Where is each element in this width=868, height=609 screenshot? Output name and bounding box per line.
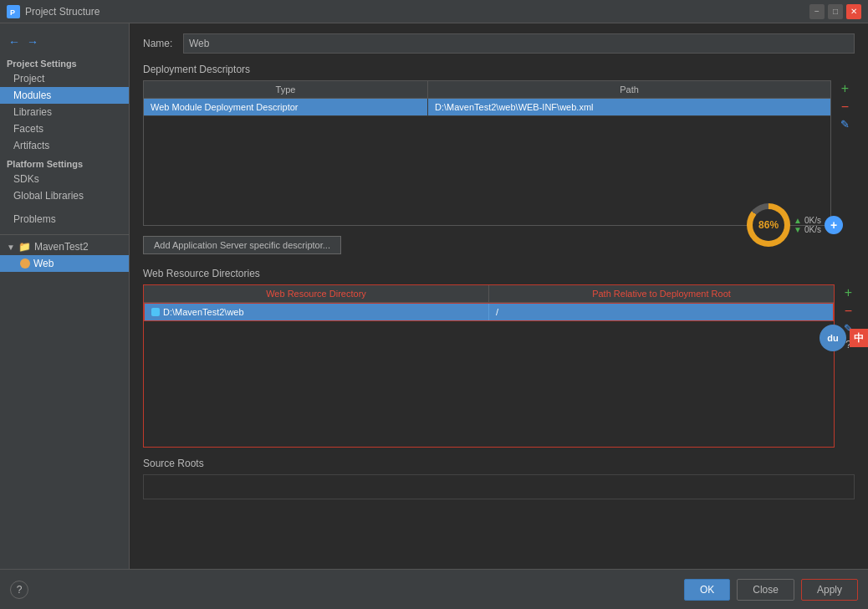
sidebar-item-artifacts[interactable]: Artifacts — [0, 137, 129, 154]
remove-resource-button[interactable]: − — [842, 303, 855, 320]
path-column-header: Path — [428, 81, 830, 98]
edit-descriptor-button[interactable]: ✎ — [839, 117, 851, 131]
deployment-descriptors-section: Type Path Web Module Deployment Descript… — [143, 80, 831, 226]
bottom-right: OK Close Apply — [684, 579, 858, 601]
bottom-left: ? — [10, 581, 28, 599]
sidebar-item-label: Libraries — [13, 106, 52, 118]
type-column-header: Type — [144, 81, 428, 98]
path-cell: D:\MavenTest2\web\WEB-INF\web.xml — [428, 99, 830, 115]
upload-arrow-icon: ▲ — [794, 216, 802, 225]
sidebar-item-modules[interactable]: Modules — [0, 87, 129, 104]
tree-child-item[interactable]: Web — [0, 255, 129, 272]
module-tree: ▼ 📁 MavenTest2 Web — [0, 234, 129, 275]
folder-icon: 📁 — [18, 241, 31, 253]
help-button[interactable]: ? — [10, 581, 28, 599]
baidu-icon[interactable]: du — [819, 325, 846, 351]
ok-button[interactable]: OK — [684, 579, 730, 601]
sidebar-forward-button[interactable]: → — [25, 35, 40, 49]
source-roots-label: Source Roots — [143, 458, 855, 469]
download-arrow-icon: ▼ — [794, 225, 802, 234]
resource-folder-icon — [151, 308, 160, 316]
download-speed-row: ▼ 0K/s — [794, 225, 821, 234]
add-resource-button[interactable]: + — [842, 284, 855, 301]
tree-child-label: Web — [33, 258, 54, 269]
descriptor-table: Type Path Web Module Deployment Descript… — [143, 80, 831, 226]
sidebar-item-facets[interactable]: Facets — [0, 120, 129, 137]
name-row: Name: — [143, 33, 855, 54]
sidebar-item-label: Global Libraries — [13, 190, 84, 202]
empty-area — [144, 116, 830, 225]
bottom-bar: ? OK Close Apply — [0, 569, 868, 609]
upload-speed-row: ▲ 0K/s — [794, 216, 821, 225]
source-roots-area — [143, 474, 855, 499]
content-area: Name: Deployment Descriptors Type Path W… — [130, 23, 868, 569]
cpu-usage-value: 86% — [753, 209, 784, 241]
sidebar: ← → Project Settings Project Modules Lib… — [0, 23, 130, 569]
resource-path-cell: / — [489, 304, 833, 320]
name-input[interactable] — [183, 33, 855, 54]
sidebar-item-project[interactable]: Project — [0, 70, 129, 87]
baidu-widget: du 中 — [819, 325, 868, 351]
resource-table: Web Resource Directory Path Relative to … — [143, 284, 835, 448]
resource-table-row[interactable]: D:\MavenTest2\web / — [144, 303, 834, 321]
sidebar-item-label: Project — [13, 73, 44, 84]
sidebar-item-label: Facets — [13, 123, 43, 135]
project-settings-label: Project Settings — [0, 54, 129, 70]
tree-root-item[interactable]: ▼ 📁 MavenTest2 — [0, 238, 129, 255]
svg-text:P: P — [10, 8, 15, 17]
chevron-down-icon: ▼ — [7, 243, 15, 252]
sidebar-item-global-libraries[interactable]: Global Libraries — [0, 187, 129, 204]
resource-table-wrapper: Web Resource Directory Path Relative to … — [143, 284, 835, 448]
sidebar-item-libraries[interactable]: Libraries — [0, 104, 129, 120]
window-title: Project Structure — [25, 6, 100, 18]
web-resource-label: Web Resource Directories — [143, 268, 855, 279]
resource-dir-value: D:\MavenTest2\web — [163, 307, 244, 317]
web-module-icon — [20, 258, 30, 269]
upload-speed-value: 0K/s — [804, 216, 821, 225]
deployment-descriptors-label: Deployment Descriptors — [143, 64, 855, 75]
source-roots-section: Source Roots — [143, 458, 855, 499]
maximize-button[interactable]: □ — [828, 4, 843, 19]
platform-settings-label: Platform Settings — [0, 154, 129, 171]
chinese-input-icon[interactable]: 中 — [850, 329, 868, 347]
network-speeds: ▲ 0K/s ▼ 0K/s — [794, 216, 821, 234]
resource-dir-cell: D:\MavenTest2\web — [145, 304, 489, 320]
network-widget: 86% ▲ 0K/s ▼ 0K/s + — [747, 203, 843, 247]
add-descriptor-specific-button[interactable]: Add Application Server specific descript… — [143, 236, 341, 254]
web-resource-section: Web Resource Directories Web Resource Di… — [143, 268, 855, 448]
sidebar-item-problems[interactable]: Problems — [0, 211, 129, 228]
sidebar-item-label: Artifacts — [13, 140, 49, 151]
name-label: Name: — [143, 38, 176, 49]
descriptor-side-buttons: + − ✎ — [839, 80, 851, 131]
network-plus-button[interactable]: + — [825, 216, 843, 234]
app-icon: P — [7, 5, 20, 18]
add-descriptor-button[interactable]: + — [839, 80, 851, 97]
sidebar-back-button[interactable]: ← — [7, 35, 22, 49]
descriptor-table-header: Type Path — [144, 81, 830, 99]
type-cell: Web Module Deployment Descriptor — [144, 99, 428, 115]
resource-path-header: Path Relative to Deployment Root — [489, 285, 834, 302]
minimize-button[interactable]: − — [809, 4, 825, 19]
sidebar-toolbar: ← → — [0, 30, 129, 54]
download-speed-value: 0K/s — [804, 225, 821, 234]
sidebar-item-label: Problems — [13, 213, 56, 225]
resource-table-header: Web Resource Directory Path Relative to … — [144, 285, 834, 303]
sidebar-item-label: Modules — [13, 90, 51, 101]
cancel-button[interactable]: Close — [737, 579, 794, 601]
close-button[interactable]: ✕ — [846, 4, 861, 19]
apply-button[interactable]: Apply — [801, 579, 858, 601]
table-row[interactable]: Web Module Deployment Descriptor D:\Mave… — [144, 99, 830, 116]
resource-empty-area — [144, 321, 834, 447]
resource-dir-header: Web Resource Directory — [144, 285, 489, 302]
tree-root-label: MavenTest2 — [34, 241, 89, 253]
remove-descriptor-button[interactable]: − — [839, 99, 851, 115]
title-bar: P Project Structure − □ ✕ — [0, 0, 868, 23]
cpu-usage-circle[interactable]: 86% — [747, 203, 790, 247]
sidebar-item-label: SDKs — [13, 173, 39, 185]
sidebar-item-sdks[interactable]: SDKs — [0, 171, 129, 187]
